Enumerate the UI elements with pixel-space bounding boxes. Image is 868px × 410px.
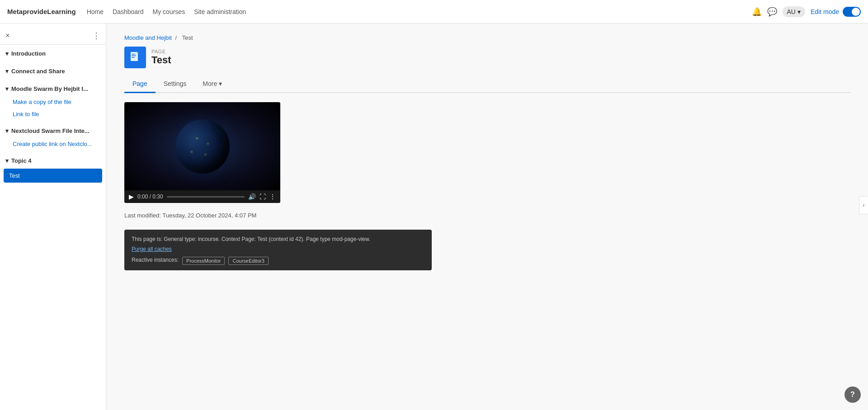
- debug-text: This page is: General type: incourse. Co…: [132, 235, 425, 243]
- chevron-topic4-icon: ▾: [5, 157, 9, 164]
- video-player: ▶ 0:00 / 0:30 🔊 ⛶ ⋮: [124, 102, 280, 203]
- toggle-switch[interactable]: [843, 7, 861, 17]
- sidebar-section-title-topic4[interactable]: ▾ Topic 4: [0, 154, 106, 168]
- sidebar-menu-icon[interactable]: ⋮: [92, 31, 100, 41]
- video-globe: [175, 119, 230, 174]
- video-fullscreen-button[interactable]: ⛶: [259, 193, 266, 200]
- svg-rect-1: [132, 54, 135, 55]
- sidebar-header: × ⋮: [0, 27, 106, 45]
- sidebar-close-icon[interactable]: ×: [5, 32, 9, 40]
- bell-icon[interactable]: 🔔: [752, 7, 762, 17]
- tab-settings[interactable]: Settings: [156, 75, 195, 93]
- brand-logo: MetaprovideLearning: [7, 8, 76, 15]
- page-title: Test: [151, 54, 171, 66]
- sidebar-item-link-to-file[interactable]: Link to file: [0, 108, 106, 120]
- sidebar-section-topic4: ▾ Topic 4 Test: [0, 152, 106, 185]
- sidebar-collapse-button[interactable]: ‹: [859, 196, 868, 214]
- sidebar: × ⋮ ▾ Introduction ▾ Connect and Share ▾…: [0, 24, 106, 410]
- video-volume-button[interactable]: 🔊: [248, 193, 256, 200]
- page-icon: [124, 47, 146, 68]
- sidebar-section-title-introduction[interactable]: ▾ Introduction: [0, 47, 106, 61]
- edit-mode-toggle[interactable]: Edit mode: [811, 7, 861, 17]
- globe-city-lights: [175, 119, 230, 174]
- video-controls: ▶ 0:00 / 0:30 🔊 ⛶ ⋮: [124, 190, 280, 203]
- tab-more[interactable]: More ▾: [194, 75, 230, 93]
- sidebar-section-title-moodle[interactable]: ▾ Moodle Swarm By Hejbit I...: [0, 82, 106, 96]
- chevron-moodle-icon: ▾: [5, 85, 9, 92]
- chat-icon[interactable]: 💬: [767, 7, 777, 17]
- edit-mode-label: Edit mode: [811, 8, 839, 15]
- tab-page[interactable]: Page: [124, 75, 156, 93]
- sidebar-section-label-nextcloud: Nextcloud Swarm File Inte...: [11, 127, 90, 134]
- reactive-label: Reactive instances:: [132, 257, 179, 263]
- help-button[interactable]: ?: [844, 386, 861, 403]
- sidebar-section-introduction: ▾ Introduction: [0, 45, 106, 62]
- sidebar-item-test[interactable]: Test: [4, 169, 102, 183]
- breadcrumb-current: Test: [182, 34, 193, 41]
- tabs: Page Settings More ▾: [124, 75, 850, 93]
- video-screen: [124, 102, 280, 190]
- sidebar-item-make-copy[interactable]: Make a copy of the file: [0, 96, 106, 108]
- video-play-button[interactable]: ▶: [129, 193, 134, 200]
- tab-more-label: More: [203, 80, 217, 87]
- nav-links: Home Dashboard My courses Site administr…: [87, 8, 246, 15]
- video-time: 0:00 / 0:30: [137, 193, 163, 200]
- purge-caches-link[interactable]: Purge all caches: [132, 246, 172, 252]
- page-header: PAGE Test: [124, 47, 850, 68]
- breadcrumb-separator: /: [175, 34, 178, 41]
- sidebar-section-label-connect: Connect and Share: [11, 68, 65, 75]
- last-modified-text: Last modified: Tuesday, 22 October 2024,…: [124, 212, 850, 219]
- debug-badges: ProcessMonitor CourseEditor3: [182, 257, 269, 265]
- main-content: Moodle and Hejbit / Test PAGE Test: [106, 24, 868, 410]
- page-type-label: PAGE: [151, 49, 171, 54]
- user-chevron-icon: ▾: [797, 8, 801, 15]
- sidebar-section-nextcloud: ▾ Nextcloud Swarm File Inte... Create pu…: [0, 122, 106, 152]
- video-progress-bar[interactable]: [167, 196, 245, 198]
- sidebar-section-connect: ▾ Connect and Share: [0, 62, 106, 80]
- nav-site-admin[interactable]: Site administration: [194, 8, 246, 15]
- debug-bar: This page is: General type: incourse. Co…: [124, 230, 432, 270]
- topnav: MetaprovideLearning Home Dashboard My co…: [0, 0, 868, 24]
- sidebar-section-title-nextcloud[interactable]: ▾ Nextcloud Swarm File Inte...: [0, 124, 106, 138]
- question-mark-icon: ?: [850, 391, 855, 399]
- user-initials: AU: [787, 8, 796, 15]
- sidebar-collapse-icon: ‹: [863, 202, 865, 208]
- tab-more-chevron-icon: ▾: [219, 80, 222, 87]
- svg-rect-3: [132, 57, 135, 58]
- chevron-nextcloud-icon: ▾: [5, 127, 9, 134]
- nav-my-courses[interactable]: My courses: [153, 8, 185, 15]
- debug-badge-course-editor[interactable]: CourseEditor3: [228, 257, 268, 265]
- sidebar-section-title-connect[interactable]: ▾ Connect and Share: [0, 64, 106, 78]
- page-meta: PAGE Test: [151, 49, 171, 66]
- nav-home[interactable]: Home: [87, 8, 104, 15]
- topnav-right: 🔔 💬 AU ▾ Edit mode: [752, 6, 861, 17]
- toggle-knob: [852, 8, 860, 16]
- chevron-introduction-icon: ▾: [5, 50, 9, 57]
- svg-rect-2: [132, 56, 136, 57]
- debug-badge-process-monitor[interactable]: ProcessMonitor: [182, 257, 225, 265]
- breadcrumb-parent[interactable]: Moodle and Hejbit: [124, 34, 172, 41]
- video-more-button[interactable]: ⋮: [269, 193, 276, 200]
- sidebar-item-public-link[interactable]: Create public link on Nextclo...: [0, 138, 106, 150]
- breadcrumb: Moodle and Hejbit / Test: [124, 34, 850, 41]
- debug-reactive: Reactive instances: ProcessMonitor Cours…: [132, 255, 425, 265]
- nav-dashboard[interactable]: Dashboard: [113, 8, 144, 15]
- sidebar-section-label-topic4: Topic 4: [11, 157, 32, 164]
- main-layout: Moodle and Hejbit / Test PAGE Test: [0, 24, 868, 410]
- svg-rect-0: [131, 52, 138, 61]
- sidebar-section-moodle: ▾ Moodle Swarm By Hejbit I... Make a cop…: [0, 80, 106, 122]
- sidebar-section-label-introduction: Introduction: [11, 50, 46, 57]
- sidebar-section-label-moodle: Moodle Swarm By Hejbit I...: [11, 85, 88, 92]
- chevron-connect-icon: ▾: [5, 68, 9, 75]
- user-menu[interactable]: AU ▾: [783, 6, 805, 17]
